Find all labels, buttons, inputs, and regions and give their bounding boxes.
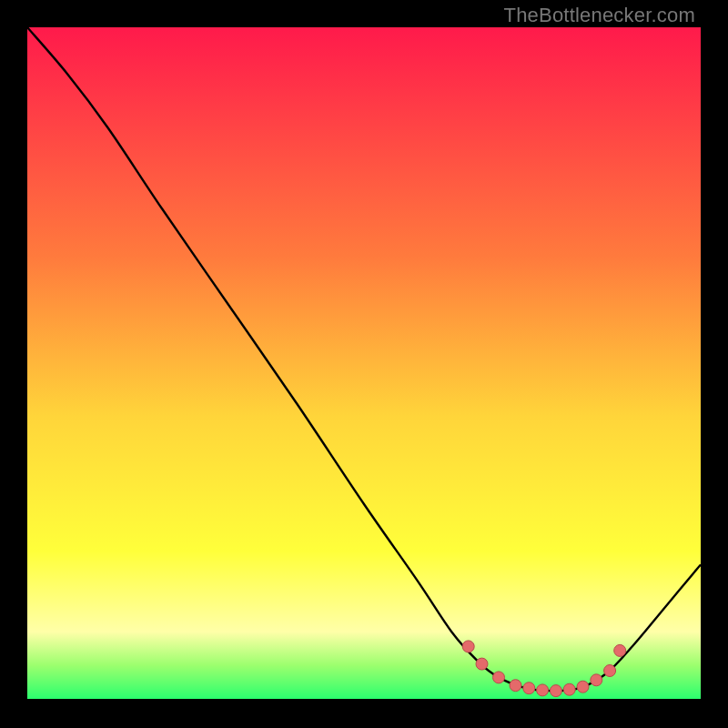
curve-marker — [462, 641, 474, 652]
curve-marker — [563, 683, 575, 695]
curve-marker — [523, 682, 535, 694]
curve-marker — [510, 680, 521, 692]
curve-marker — [550, 685, 561, 697]
curve-marker — [476, 658, 488, 670]
bottleneck-chart — [27, 27, 701, 699]
gradient-background — [27, 27, 701, 699]
curve-marker — [577, 681, 589, 693]
curve-marker — [604, 665, 616, 677]
watermark-text: TheBottlenecker.com — [504, 4, 695, 27]
chart-frame — [27, 27, 701, 699]
curve-marker — [537, 684, 549, 696]
curve-marker — [493, 672, 505, 683]
curve-marker — [614, 644, 626, 656]
curve-marker — [591, 674, 602, 686]
